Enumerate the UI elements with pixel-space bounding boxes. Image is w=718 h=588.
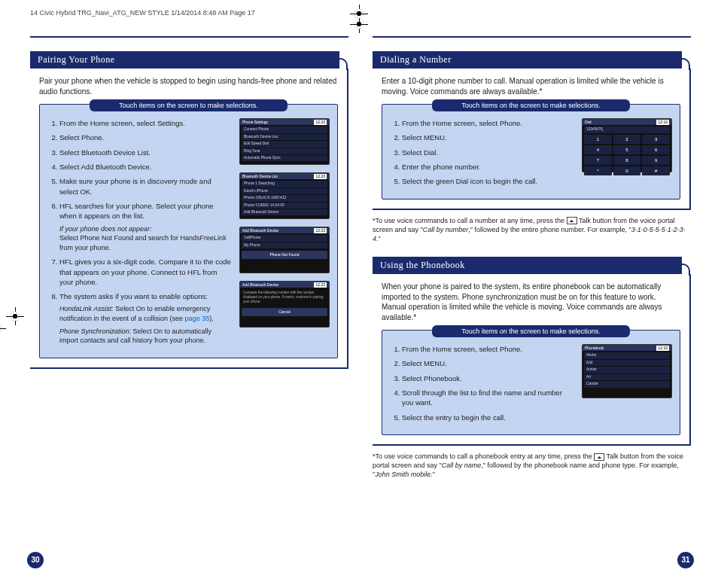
screenshot-phonebook-list: Phonebook12:16 Alisha Add Amber Art Cand…: [582, 344, 672, 398]
top-rule: [30, 36, 348, 38]
list-item: Select Phonebook.: [402, 373, 574, 383]
list-item: Select MENU.: [402, 133, 574, 142]
blue-box-header: Touch items on the screen to make select…: [432, 325, 630, 337]
pairing-thumbnails: Phone Settings12:23 Connect Phone Blueto…: [239, 118, 330, 350]
list-item: From the Home screen, select Phone.: [402, 344, 574, 354]
list-item: Scroll through the list to find the name…: [402, 388, 574, 408]
list-item: HFL searches for your phone. Select your…: [59, 201, 232, 252]
page-link[interactable]: page 35: [185, 315, 210, 322]
list-item: Select MENU.: [402, 358, 574, 368]
phonebook-title: Using the Phonebook: [373, 257, 682, 274]
list-item: Select Phone.: [59, 133, 232, 142]
list-item: Select Add Bluetooth Device.: [59, 162, 232, 172]
dialing-intro: Enter a 10-digit phone number to call. M…: [382, 76, 680, 96]
registration-mark-bottom-icon: [353, 8, 365, 20]
pairing-title: Pairing Your Phone: [30, 51, 339, 69]
phonebook-section: Using the Phonebook When your phone is p…: [373, 257, 691, 479]
screenshot-phone-settings: Phone Settings12:23 Connect Phone Blueto…: [239, 118, 330, 165]
crop-job-info: 14 Civic Hybrid TRG_Navi_ATG_NEW STYLE 1…: [30, 9, 255, 17]
pairing-steps-list: From the Home screen, select Settings. S…: [47, 118, 232, 350]
blue-box-header: Touch items on the screen to make select…: [90, 99, 288, 111]
screenshot-confirm-code: Add Bluetooth Device12:23 Compare the fo…: [239, 281, 330, 328]
list-item: The system asks if you want to enable op…: [59, 291, 232, 346]
dialing-section: Dialing a Number Enter a 10-digit phone …: [373, 51, 691, 243]
registration-mark-right-icon: [0, 322, 3, 334]
list-item: From the Home screen, select Settings.: [59, 118, 232, 128]
dialing-title: Dialing a Number: [373, 51, 682, 69]
list-item: Select the green Dial icon to begin the …: [402, 176, 574, 186]
registration-mark-left-icon: [9, 310, 21, 322]
dialing-steps-list: From the Home screen, select Phone. Sele…: [390, 118, 574, 190]
page-number-right: 31: [677, 552, 694, 568]
phonebook-blue-box: Touch items on the screen to make select…: [382, 330, 680, 435]
list-item: Select the entry to begin the call.: [402, 413, 574, 422]
page-spread: Pairing Your Phone Pair your phone when …: [30, 36, 691, 565]
dialing-blue-box: Touch items on the screen to make select…: [382, 104, 680, 200]
page-number-left: 30: [27, 552, 44, 568]
screenshot-device-list: Bluetooth Device List12:23 Phone 1 Searc…: [239, 172, 330, 219]
talk-button-icon: ⏶: [567, 217, 577, 224]
pairing-section: Pairing Your Phone Pair your phone when …: [30, 51, 348, 369]
list-item: Enter the phone number.: [402, 162, 574, 172]
pairing-intro: Pair your phone when the vehicle is stop…: [39, 76, 338, 96]
left-page: Pairing Your Phone Pair your phone when …: [30, 36, 348, 565]
list-item: Select Dial.: [402, 148, 574, 157]
list-item: From the Home screen, select Phone.: [402, 118, 574, 128]
blue-box-header: Touch items on the screen to make select…: [432, 99, 630, 111]
talk-button-icon: ⏶: [594, 453, 604, 461]
phonebook-steps-list: From the Home screen, select Phone. Sele…: [390, 344, 574, 427]
screenshot-dial-pad: Dial12:16 12345678_ 1 2 3 4 5 6 7: [582, 118, 672, 172]
list-item: Select Bluetooth Device List.: [59, 148, 232, 157]
list-item: Make sure your phone is in discovery mod…: [59, 176, 232, 197]
list-item: HFL gives you a six-digit code. Compare …: [59, 257, 232, 287]
phonebook-intro: When your phone is paired to the system,…: [382, 282, 680, 322]
phonebook-footnote: *To use voice commands to call a phonebo…: [373, 452, 691, 479]
screenshot-add-device: Add Bluetooth Device12:23 CellPhone My P…: [239, 227, 330, 273]
dialing-footnote: *To use voice commands to call a number …: [373, 216, 691, 243]
top-rule: [373, 36, 691, 38]
right-page: Dialing a Number Enter a 10-digit phone …: [373, 36, 691, 565]
pairing-blue-box: Touch items on the screen to make select…: [39, 104, 338, 358]
